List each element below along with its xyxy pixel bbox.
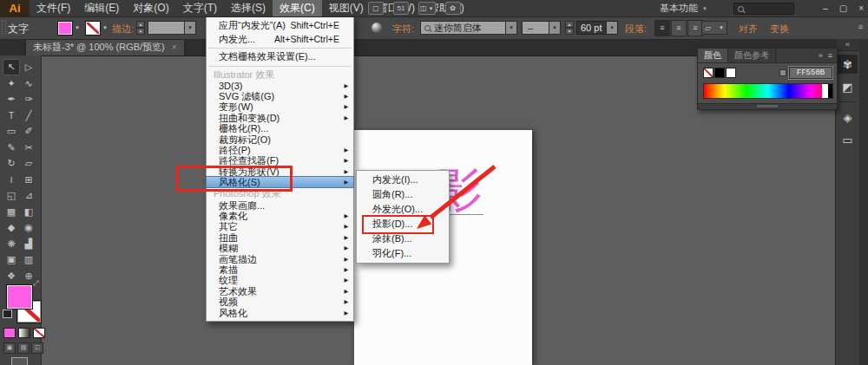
menu-item-其它[interactable]: 其它▶ <box>207 221 353 231</box>
free-transform-tool[interactable]: ⊞ <box>20 172 37 188</box>
color-spectrum-bar[interactable] <box>703 83 833 99</box>
symbol-sprayer-tool[interactable]: ❋ <box>3 236 20 252</box>
black-swatch[interactable] <box>714 68 725 78</box>
screen-mode-button[interactable] <box>11 357 28 365</box>
menu-item-裁剪标记(O)[interactable]: 裁剪标记(O) <box>207 134 353 144</box>
style-sphere-icon[interactable] <box>372 23 382 33</box>
menu-item-内发光...[interactable]: 内发光...Alt+Shift+Ctrl+E <box>207 33 353 47</box>
menu-效果(C)[interactable]: 效果(C) <box>273 0 322 16</box>
artboards-panel-icon[interactable]: ▭ <box>838 130 858 149</box>
color-panel-icon[interactable]: ✾ <box>838 55 858 74</box>
paintbrush-tool[interactable]: ✐ <box>20 123 37 140</box>
menu-item-应用“内发光”(A)[interactable]: 应用“内发光”(A)Shift+Ctrl+E <box>207 19 353 33</box>
collapse-panel-icon[interactable]: » <box>819 51 823 60</box>
paragraph-label[interactable]: 段落: <box>625 23 647 36</box>
menu-item-3D(3)[interactable]: 3D(3)▶ <box>207 81 353 91</box>
blob-brush-tool[interactable]: ✑ <box>20 91 37 108</box>
layers-panel-icon[interactable]: ◈ <box>838 108 858 127</box>
chevron-down-icon[interactable]: ▼ <box>505 22 516 34</box>
chevron-down-icon[interactable]: ▼ <box>606 22 617 34</box>
menu-item-画笔描边[interactable]: 画笔描边▶ <box>207 253 353 264</box>
menu-item-模糊[interactable]: 模糊▶ <box>207 243 353 253</box>
slice-tool[interactable]: ▥ <box>20 251 37 268</box>
panel-resize-grip[interactable] <box>698 103 837 109</box>
character-label[interactable]: 字符: <box>392 23 414 36</box>
menu-视图(V)[interactable]: 视图(V) <box>322 0 371 16</box>
stepper-up-icon[interactable]: ▲ <box>136 21 145 28</box>
fill-dropdown-icon[interactable]: ▼ <box>75 25 80 30</box>
envelope-warp-button[interactable]: ▱ ▼ <box>701 21 727 35</box>
tab-color-guide[interactable]: 颜色参考 <box>728 49 776 62</box>
align-center-button[interactable]: ≡ <box>671 20 687 36</box>
gradient-mode-button[interactable] <box>18 328 30 338</box>
font-style-select[interactable]: – ▼ <box>522 21 561 35</box>
align-left-button[interactable]: ≡ <box>654 20 670 36</box>
hand-tool[interactable]: ❖ <box>3 268 20 284</box>
stroke-dropdown-icon[interactable]: ▼ <box>102 25 108 30</box>
eyedropper-tool[interactable]: ◆ <box>3 219 20 236</box>
menu-item-路径(P)[interactable]: 路径(P)▶ <box>207 145 353 155</box>
menu-item-扭曲和变换(D)[interactable]: 扭曲和变换(D)▶ <box>207 113 353 123</box>
menu-item-像素化[interactable]: 像素化▶ <box>207 211 353 221</box>
draw-normal-icon[interactable]: ▣ <box>3 342 16 354</box>
menu-选择(S)[interactable]: 选择(S) <box>224 0 273 16</box>
line-segment-tool[interactable]: ╱ <box>20 108 37 124</box>
menu-文件(F)[interactable]: 文件(F) <box>30 0 77 16</box>
spectrum-black-swatch[interactable] <box>828 84 832 98</box>
dock-expand-icon[interactable]: « <box>836 39 859 51</box>
menu-item-文档栅格效果设置(E)...[interactable]: 文档栅格效果设置(E)... <box>207 50 353 64</box>
stepper-up-icon[interactable]: ▲ <box>565 21 574 28</box>
shape-builder-tool[interactable]: ◱ <box>3 187 20 204</box>
menu-item-栅格化(R)...[interactable]: 栅格化(R)... <box>207 123 353 134</box>
none-mode-button[interactable] <box>33 328 45 338</box>
menu-item-纹理[interactable]: 纹理▶ <box>207 275 353 285</box>
menu-item-SVG 滤镜(G)[interactable]: SVG 滤镜(G)▶ <box>207 91 353 101</box>
menu-item-路径查找器(F)[interactable]: 路径查找器(F)▶ <box>207 155 353 166</box>
stroke-label[interactable]: 描边: <box>112 23 134 36</box>
swap-fill-stroke-icon[interactable]: ⤢ <box>33 279 38 288</box>
menu-文字(T)[interactable]: 文字(T) <box>176 0 224 16</box>
menu-item-效果画廊...[interactable]: 效果画廊... <box>207 199 353 210</box>
menu-item-扭曲[interactable]: 扭曲▶ <box>207 232 353 243</box>
menu-对象(O)[interactable]: 对象(O) <box>126 0 175 16</box>
transform-panel-label[interactable]: 变换 <box>770 23 789 36</box>
tab-close-icon[interactable]: × <box>172 42 177 52</box>
spectrum-white-swatch[interactable] <box>822 84 828 98</box>
stepper-down-icon[interactable]: ▼ <box>136 28 145 35</box>
draw-behind-icon[interactable]: ▨ <box>17 342 30 354</box>
restore-button[interactable]: ▢ <box>839 3 847 13</box>
lasso-tool[interactable]: ∿ <box>20 75 37 92</box>
font-family-select[interactable]: 迷你简启体 ▼ <box>420 21 517 35</box>
scissors-tool[interactable]: ✂ <box>20 140 37 156</box>
rectangle-tool[interactable]: ▭ <box>3 123 20 140</box>
minimize-button[interactable]: – <box>823 3 828 13</box>
type-tool[interactable]: T <box>3 108 20 124</box>
stroke-weight-select[interactable]: ▼ <box>148 21 196 35</box>
arrange-documents-icon[interactable]: ◫▼ <box>418 2 436 15</box>
fill-color-swatch[interactable] <box>57 21 73 36</box>
draw-inside-icon[interactable]: ◱ <box>31 342 43 354</box>
none-swatch[interactable] <box>703 68 713 78</box>
share-screen-icon[interactable]: ✿ <box>445 2 461 15</box>
workspace-switcher[interactable]: 基本功能 ▼ <box>660 0 707 16</box>
artboard-tool[interactable]: ▣ <box>3 251 20 268</box>
gradient-tool[interactable]: ◧ <box>20 204 37 220</box>
panel-menu-icon[interactable]: ≡ <box>828 51 832 60</box>
chevron-down-icon[interactable]: ▼ <box>549 22 560 34</box>
stepper-down-icon[interactable]: ▼ <box>565 28 574 35</box>
scale-tool[interactable]: ▱ <box>20 155 37 172</box>
selection-tool[interactable]: ↖ <box>3 59 20 75</box>
menu-item-视频[interactable]: 视频▶ <box>207 297 353 307</box>
search-input[interactable] <box>733 3 794 15</box>
column-graph-tool[interactable]: ▟ <box>20 236 37 252</box>
stroke-color-swatch[interactable] <box>85 21 101 36</box>
width-tool[interactable]: ≀ <box>3 172 20 188</box>
perspective-grid-tool[interactable]: ⊿ <box>20 187 37 204</box>
tab-color[interactable]: 颜色 <box>698 49 728 62</box>
close-button[interactable]: × <box>858 3 864 13</box>
pencil-tool[interactable]: ✎ <box>3 140 20 156</box>
submenu-item-羽化(F)...[interactable]: 羽化(F)... <box>357 246 449 261</box>
gradient-panel-icon[interactable]: ◩ <box>838 77 858 96</box>
rotate-tool[interactable]: ↻ <box>3 155 20 172</box>
white-swatch[interactable] <box>726 68 736 78</box>
